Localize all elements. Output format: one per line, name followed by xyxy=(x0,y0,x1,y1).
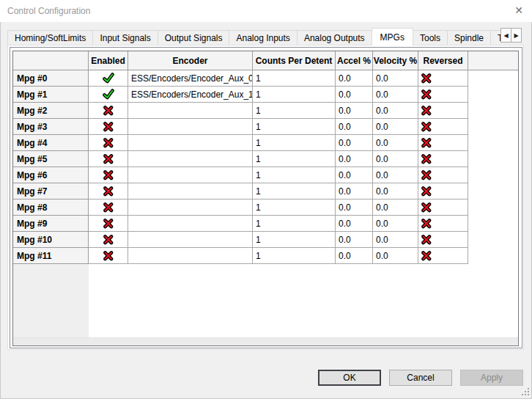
tab-homing-softlimits[interactable]: Homing/SoftLimits xyxy=(7,30,93,45)
reversed-cell[interactable] xyxy=(418,248,468,264)
reversed-cell[interactable] xyxy=(418,151,468,167)
enabled-cell[interactable] xyxy=(89,103,128,119)
accel-cell[interactable]: 0.0 xyxy=(336,216,373,232)
encoder-cell[interactable]: ESS/Encoders/Encoder_Aux_0 xyxy=(128,70,253,87)
counts-per-detent-cell[interactable]: 1 xyxy=(253,167,336,183)
accel-cell[interactable]: 0.0 xyxy=(336,119,373,135)
tab-tools[interactable]: Tools xyxy=(413,30,448,45)
accel-cell[interactable]: 0.0 xyxy=(336,103,373,119)
enabled-cell[interactable] xyxy=(89,119,128,135)
encoder-cell[interactable]: ESS/Encoders/Encoder_Aux_1 xyxy=(128,87,253,103)
tab-input-signals[interactable]: Input Signals xyxy=(92,30,158,45)
velocity-cell[interactable]: 0.0 xyxy=(373,119,418,135)
row-header[interactable]: Mpg #9 xyxy=(13,216,89,232)
reversed-cell[interactable] xyxy=(418,232,468,248)
horizontal-scrollbar[interactable] xyxy=(13,337,518,345)
enabled-cell[interactable] xyxy=(89,200,128,216)
encoder-cell[interactable] xyxy=(128,167,253,183)
accel-cell[interactable]: 0.0 xyxy=(336,135,373,151)
enabled-cell[interactable] xyxy=(89,167,128,183)
accel-cell[interactable]: 0.0 xyxy=(336,200,373,216)
accel-cell[interactable]: 0.0 xyxy=(336,183,373,200)
velocity-cell[interactable]: 0.0 xyxy=(373,151,418,167)
reversed-cell[interactable] xyxy=(418,103,468,119)
tab-output-signals[interactable]: Output Signals xyxy=(158,30,230,45)
row-header[interactable]: Mpg #5 xyxy=(13,151,89,167)
row-header[interactable]: Mpg #3 xyxy=(13,119,89,135)
row-header[interactable]: Mpg #6 xyxy=(13,167,89,183)
ok-button[interactable]: OK xyxy=(318,370,381,386)
enabled-cell[interactable] xyxy=(89,135,128,151)
enabled-cell[interactable] xyxy=(89,216,128,232)
enabled-cell[interactable] xyxy=(89,151,128,167)
counts-per-detent-cell[interactable]: 1 xyxy=(253,135,336,151)
encoder-cell[interactable] xyxy=(128,232,253,248)
row-header[interactable]: Mpg #7 xyxy=(13,183,89,200)
row-header[interactable]: Mpg #1 xyxy=(13,87,89,103)
counts-per-detent-cell[interactable]: 1 xyxy=(253,70,336,87)
counts-per-detent-cell[interactable]: 1 xyxy=(253,151,336,167)
scrollbar-thumb[interactable] xyxy=(13,338,518,345)
encoder-cell[interactable] xyxy=(128,216,253,232)
velocity-cell[interactable]: 0.0 xyxy=(373,200,418,216)
tab-spindle[interactable]: Spindle xyxy=(447,30,491,45)
counts-per-detent-cell[interactable]: 1 xyxy=(253,103,336,119)
enabled-cell[interactable] xyxy=(89,70,128,87)
tab-scroll-left-icon[interactable]: ◀ xyxy=(500,28,511,43)
apply-button[interactable]: Apply xyxy=(460,370,523,386)
velocity-cell[interactable]: 0.0 xyxy=(373,70,418,87)
enabled-cell[interactable] xyxy=(89,183,128,200)
reversed-cell[interactable] xyxy=(418,167,468,183)
reversed-cell[interactable] xyxy=(418,87,468,103)
velocity-cell[interactable]: 0.0 xyxy=(373,135,418,151)
encoder-cell[interactable] xyxy=(128,183,253,200)
encoder-cell[interactable] xyxy=(128,200,253,216)
accel-cell[interactable]: 0.0 xyxy=(336,167,373,183)
reversed-cell[interactable] xyxy=(418,183,468,200)
cancel-button[interactable]: Cancel xyxy=(389,370,452,386)
accel-cell[interactable]: 0.0 xyxy=(336,151,373,167)
counts-per-detent-cell[interactable]: 1 xyxy=(253,216,336,232)
accel-cell[interactable]: 0.0 xyxy=(336,248,373,264)
encoder-cell[interactable] xyxy=(128,103,253,119)
row-header[interactable]: Mpg #11 xyxy=(13,248,89,264)
encoder-cell[interactable] xyxy=(128,151,253,167)
row-header[interactable]: Mpg #4 xyxy=(13,135,89,151)
counts-per-detent-cell[interactable]: 1 xyxy=(253,200,336,216)
accel-cell[interactable]: 0.0 xyxy=(336,70,373,87)
row-header[interactable]: Mpg #0 xyxy=(13,70,89,87)
velocity-cell[interactable]: 0.0 xyxy=(373,232,418,248)
velocity-cell[interactable]: 0.0 xyxy=(373,183,418,200)
tab-scroll-right-icon[interactable]: ▶ xyxy=(511,28,522,43)
reversed-cell[interactable] xyxy=(418,70,468,87)
velocity-cell[interactable]: 0.0 xyxy=(373,167,418,183)
velocity-cell[interactable]: 0.0 xyxy=(373,216,418,232)
tab-mpgs[interactable]: MPGs xyxy=(372,28,413,45)
counts-per-detent-cell[interactable]: 1 xyxy=(253,119,336,135)
counts-per-detent-cell[interactable]: 1 xyxy=(253,232,336,248)
row-header[interactable]: Mpg #2 xyxy=(13,103,89,119)
reversed-cell[interactable] xyxy=(418,135,468,151)
encoder-cell[interactable] xyxy=(128,135,253,151)
tab-analog-inputs[interactable]: Analog Inputs xyxy=(229,30,297,45)
resize-grip-icon[interactable] xyxy=(522,394,523,395)
tab-analog-outputs[interactable]: Analog Outputs xyxy=(297,30,372,45)
row-header[interactable]: Mpg #8 xyxy=(13,200,89,216)
counts-per-detent-cell[interactable]: 1 xyxy=(253,248,336,264)
accel-cell[interactable]: 0.0 xyxy=(336,232,373,248)
reversed-cell[interactable] xyxy=(418,119,468,135)
close-icon[interactable]: ✕ xyxy=(511,3,526,18)
velocity-cell[interactable]: 0.0 xyxy=(373,103,418,119)
reversed-cell[interactable] xyxy=(418,216,468,232)
reversed-cell[interactable] xyxy=(418,200,468,216)
counts-per-detent-cell[interactable]: 1 xyxy=(253,183,336,200)
encoder-cell[interactable] xyxy=(128,119,253,135)
enabled-cell[interactable] xyxy=(89,87,128,103)
accel-cell[interactable]: 0.0 xyxy=(336,87,373,103)
velocity-cell[interactable]: 0.0 xyxy=(373,248,418,264)
enabled-cell[interactable] xyxy=(89,248,128,264)
velocity-cell[interactable]: 0.0 xyxy=(373,87,418,103)
counts-per-detent-cell[interactable]: 1 xyxy=(253,87,336,103)
encoder-cell[interactable] xyxy=(128,248,253,264)
row-header[interactable]: Mpg #10 xyxy=(13,232,89,248)
